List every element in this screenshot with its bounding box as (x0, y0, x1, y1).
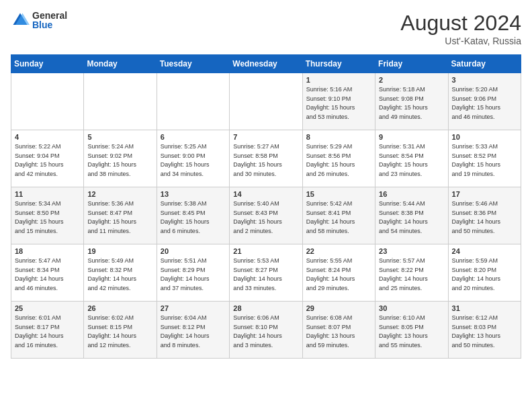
day-number: 6 (161, 133, 226, 141)
day-number: 17 (452, 190, 517, 198)
day-number: 9 (379, 133, 444, 141)
calendar-cell: 5Sunrise: 5:24 AM Sunset: 9:02 PM Daylig… (84, 130, 157, 187)
calendar-cell: 18Sunrise: 5:47 AM Sunset: 8:34 PM Dayli… (11, 244, 84, 302)
day-number: 22 (306, 247, 371, 255)
calendar-cell: 17Sunrise: 5:46 AM Sunset: 8:36 PM Dayli… (448, 187, 521, 244)
day-number: 26 (87, 304, 152, 312)
day-info: Sunrise: 5:49 AM Sunset: 8:32 PM Dayligh… (87, 257, 152, 293)
calendar-cell: 2Sunrise: 5:18 AM Sunset: 9:08 PM Daylig… (375, 73, 448, 130)
calendar-header: SundayMondayTuesdayWednesdayThursdayFrid… (11, 55, 521, 73)
calendar-cell: 11Sunrise: 5:34 AM Sunset: 8:50 PM Dayli… (11, 187, 84, 244)
calendar-cell: 26Sunrise: 6:02 AM Sunset: 8:15 PM Dayli… (84, 302, 157, 359)
calendar-cell: 29Sunrise: 6:08 AM Sunset: 8:07 PM Dayli… (302, 302, 375, 359)
day-info: Sunrise: 5:51 AM Sunset: 8:29 PM Dayligh… (161, 257, 226, 293)
day-info: Sunrise: 5:27 AM Sunset: 8:58 PM Dayligh… (233, 142, 298, 179)
calendar-week-4: 18Sunrise: 5:47 AM Sunset: 8:34 PM Dayli… (11, 244, 521, 302)
calendar-cell: 10Sunrise: 5:33 AM Sunset: 8:52 PM Dayli… (448, 130, 521, 187)
calendar-cell: 3Sunrise: 5:20 AM Sunset: 9:06 PM Daylig… (448, 73, 521, 130)
day-number: 21 (233, 247, 298, 255)
day-number: 31 (452, 304, 517, 312)
day-info: Sunrise: 5:31 AM Sunset: 8:54 PM Dayligh… (379, 142, 444, 179)
calendar-cell (11, 73, 84, 130)
day-number: 12 (87, 190, 152, 198)
day-number: 10 (452, 133, 517, 141)
day-number: 4 (15, 133, 80, 141)
calendar-cell: 15Sunrise: 5:42 AM Sunset: 8:41 PM Dayli… (302, 187, 375, 244)
calendar-cell: 4Sunrise: 5:22 AM Sunset: 9:04 PM Daylig… (11, 130, 84, 187)
calendar-cell: 1Sunrise: 5:16 AM Sunset: 9:10 PM Daylig… (302, 73, 375, 130)
day-info: Sunrise: 5:42 AM Sunset: 8:41 PM Dayligh… (306, 199, 371, 236)
day-info: Sunrise: 5:20 AM Sunset: 9:06 PM Dayligh… (452, 85, 517, 122)
day-number: 1 (306, 76, 371, 84)
day-info: Sunrise: 6:08 AM Sunset: 8:07 PM Dayligh… (306, 314, 371, 350)
weekday-header-wednesday: Wednesday (230, 55, 302, 73)
day-info: Sunrise: 5:18 AM Sunset: 9:08 PM Dayligh… (379, 85, 444, 122)
location-subtitle: Ust'-Katav, Russia (400, 36, 521, 46)
day-info: Sunrise: 5:55 AM Sunset: 8:24 PM Dayligh… (306, 257, 371, 293)
weekday-header-monday: Monday (84, 55, 157, 73)
day-number: 16 (379, 190, 444, 198)
calendar-cell: 22Sunrise: 5:55 AM Sunset: 8:24 PM Dayli… (302, 244, 375, 302)
day-number: 7 (233, 133, 298, 141)
day-info: Sunrise: 6:01 AM Sunset: 8:17 PM Dayligh… (15, 314, 80, 350)
day-info: Sunrise: 5:24 AM Sunset: 9:02 PM Dayligh… (87, 142, 152, 179)
logo: General Blue (11, 11, 67, 30)
weekday-header-tuesday: Tuesday (157, 55, 229, 73)
calendar-cell (230, 73, 302, 130)
day-info: Sunrise: 5:33 AM Sunset: 8:52 PM Dayligh… (452, 142, 517, 179)
day-info: Sunrise: 5:53 AM Sunset: 8:27 PM Dayligh… (233, 257, 298, 293)
weekday-header-saturday: Saturday (448, 55, 521, 73)
day-info: Sunrise: 5:47 AM Sunset: 8:34 PM Dayligh… (15, 257, 80, 293)
day-number: 20 (161, 247, 226, 255)
day-number: 23 (379, 247, 444, 255)
day-info: Sunrise: 5:59 AM Sunset: 8:20 PM Dayligh… (452, 257, 517, 293)
weekday-header-friday: Friday (375, 55, 448, 73)
day-number: 13 (161, 190, 226, 198)
title-block: August 2024 Ust'-Katav, Russia (400, 11, 521, 46)
day-number: 3 (452, 76, 517, 84)
calendar-cell: 14Sunrise: 5:40 AM Sunset: 8:43 PM Dayli… (230, 187, 302, 244)
calendar-cell: 24Sunrise: 5:59 AM Sunset: 8:20 PM Dayli… (448, 244, 521, 302)
day-number: 2 (379, 76, 444, 84)
calendar-cell: 31Sunrise: 6:12 AM Sunset: 8:03 PM Dayli… (448, 302, 521, 359)
logo-icon (11, 11, 30, 30)
day-info: Sunrise: 6:04 AM Sunset: 8:12 PM Dayligh… (161, 314, 226, 350)
calendar-week-5: 25Sunrise: 6:01 AM Sunset: 8:17 PM Dayli… (11, 302, 521, 359)
calendar-cell: 12Sunrise: 5:36 AM Sunset: 8:47 PM Dayli… (84, 187, 157, 244)
calendar-week-2: 4Sunrise: 5:22 AM Sunset: 9:04 PM Daylig… (11, 130, 521, 187)
logo-text-general: General (32, 11, 67, 20)
weekday-header-thursday: Thursday (302, 55, 375, 73)
weekday-header-sunday: Sunday (11, 55, 84, 73)
calendar-cell (84, 73, 157, 130)
calendar-cell: 25Sunrise: 6:01 AM Sunset: 8:17 PM Dayli… (11, 302, 84, 359)
day-info: Sunrise: 5:44 AM Sunset: 8:38 PM Dayligh… (379, 199, 444, 236)
day-number: 19 (87, 247, 152, 255)
day-info: Sunrise: 5:38 AM Sunset: 8:45 PM Dayligh… (161, 199, 226, 236)
calendar-cell (157, 73, 229, 130)
day-info: Sunrise: 5:16 AM Sunset: 9:10 PM Dayligh… (306, 85, 371, 122)
day-number: 11 (15, 190, 80, 198)
calendar-cell: 20Sunrise: 5:51 AM Sunset: 8:29 PM Dayli… (157, 244, 229, 302)
calendar-table: SundayMondayTuesdayWednesdayThursdayFrid… (11, 54, 521, 359)
calendar-cell: 16Sunrise: 5:44 AM Sunset: 8:38 PM Dayli… (375, 187, 448, 244)
calendar-cell: 27Sunrise: 6:04 AM Sunset: 8:12 PM Dayli… (157, 302, 229, 359)
day-info: Sunrise: 5:22 AM Sunset: 9:04 PM Dayligh… (15, 142, 80, 179)
day-info: Sunrise: 6:12 AM Sunset: 8:03 PM Dayligh… (452, 314, 517, 350)
day-number: 25 (15, 304, 80, 312)
day-number: 15 (306, 190, 371, 198)
calendar-cell: 6Sunrise: 5:25 AM Sunset: 9:00 PM Daylig… (157, 130, 229, 187)
day-number: 28 (233, 304, 298, 312)
calendar-cell: 19Sunrise: 5:49 AM Sunset: 8:32 PM Dayli… (84, 244, 157, 302)
day-number: 18 (15, 247, 80, 255)
day-info: Sunrise: 5:57 AM Sunset: 8:22 PM Dayligh… (379, 257, 444, 293)
calendar-cell: 30Sunrise: 6:10 AM Sunset: 8:05 PM Dayli… (375, 302, 448, 359)
day-number: 8 (306, 133, 371, 141)
calendar-cell: 23Sunrise: 5:57 AM Sunset: 8:22 PM Dayli… (375, 244, 448, 302)
day-info: Sunrise: 6:10 AM Sunset: 8:05 PM Dayligh… (379, 314, 444, 350)
month-year-title: August 2024 (400, 11, 521, 36)
day-info: Sunrise: 6:02 AM Sunset: 8:15 PM Dayligh… (87, 314, 152, 350)
day-number: 14 (233, 190, 298, 198)
calendar-cell: 7Sunrise: 5:27 AM Sunset: 8:58 PM Daylig… (230, 130, 302, 187)
day-number: 30 (379, 304, 444, 312)
calendar-cell: 9Sunrise: 5:31 AM Sunset: 8:54 PM Daylig… (375, 130, 448, 187)
